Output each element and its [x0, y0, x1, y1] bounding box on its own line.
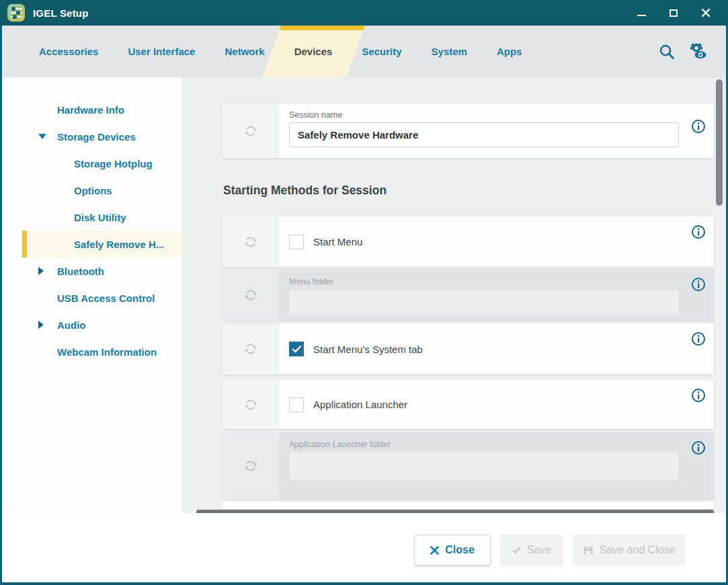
tab-label: User Interface: [128, 46, 195, 57]
sidebar-item-hardware-info[interactable]: Hardware Info: [2, 96, 181, 123]
application-launcher-folder-row: Application Launcher folder: [222, 432, 714, 500]
minimize-icon: [637, 15, 646, 16]
igel-sliders-icon: [7, 4, 25, 22]
tab-user-interface[interactable]: User Interface: [113, 26, 210, 77]
chevron-right-icon[interactable]: [38, 267, 44, 275]
close-icon: [701, 8, 711, 17]
tab-label: Accessories: [39, 46, 98, 57]
sidebar-item-label: Webcam Information: [57, 346, 157, 358]
menu-folder-row: Menu folder: [222, 269, 714, 321]
save-and-close-button-label: Save and Close: [600, 544, 676, 556]
reset-icon: [243, 342, 258, 356]
sidebar-item-usb-access-control[interactable]: USB Access Control: [2, 284, 181, 311]
application-launcher-checkbox[interactable]: [289, 397, 304, 412]
reset-parameter-button: [222, 432, 279, 500]
info-icon: [691, 332, 706, 346]
info-icon: [691, 119, 706, 134]
start-menu-checkbox[interactable]: [289, 235, 304, 249]
search-button[interactable]: [657, 42, 677, 62]
sidebar-item-storage-hotplug[interactable]: Storage Hotplug: [2, 150, 181, 177]
application-launcher-folder-input: [289, 452, 679, 480]
vertical-scrollbar-track[interactable]: [716, 79, 723, 510]
reset-parameter-button: [222, 269, 279, 321]
checkbox-label: Application Launcher: [313, 399, 407, 410]
application-launcher-row: Application Launcher: [222, 380, 714, 429]
reset-icon: [243, 459, 258, 473]
info-icon: [691, 388, 706, 403]
sidebar-item-label: Safely Remove H...: [74, 239, 164, 250]
close-x-icon: [430, 546, 439, 555]
tab-apps[interactable]: Apps: [482, 26, 537, 77]
system-tab-checkbox[interactable]: [289, 342, 304, 356]
info-button[interactable]: [691, 332, 706, 346]
sidebar-item-options[interactable]: Options: [2, 177, 181, 204]
sidebar-item-safely-remove-hardware[interactable]: Safely Remove H...: [22, 231, 181, 258]
chevron-right-icon[interactable]: [38, 321, 44, 329]
main-tabbar: Accessories User Interface Network Devic…: [0, 26, 728, 77]
search-icon: [658, 43, 676, 61]
tab-devices[interactable]: Devices: [280, 26, 348, 77]
session-name-input[interactable]: [289, 122, 679, 147]
reset-parameter-button[interactable]: [222, 217, 279, 267]
tab-system[interactable]: System: [417, 26, 482, 77]
session-name-row: Session name: [222, 104, 714, 158]
close-button[interactable]: Close: [414, 535, 491, 566]
reset-icon: [243, 288, 258, 303]
info-button[interactable]: [691, 388, 706, 403]
maximize-icon: [670, 9, 678, 17]
session-name-label: Session name: [289, 110, 342, 120]
info-button[interactable]: [691, 440, 706, 455]
close-button-label: Close: [445, 544, 475, 556]
checkbox-label: Start Menu: [313, 236, 362, 247]
sidebar-item-label: Options: [74, 185, 112, 196]
window-title: IGEL Setup: [33, 7, 89, 19]
settings-panel: Session name Starting Methods for Sessio…: [181, 77, 726, 513]
sidebar-item-label: Storage Devices: [57, 131, 136, 143]
menu-folder-input: [289, 289, 679, 316]
close-window-button[interactable]: [700, 7, 712, 19]
tab-label: Network: [225, 46, 264, 57]
minimize-button[interactable]: [635, 7, 647, 19]
check-icon: [292, 345, 302, 353]
igel-setup-window: IGEL Setup Accessories User Interface Ne…: [0, 0, 728, 585]
titlebar: IGEL Setup: [0, 0, 728, 26]
sidebar-item-disk-utility[interactable]: Disk Utility: [2, 204, 181, 231]
reset-parameter-button[interactable]: [222, 380, 279, 429]
info-button[interactable]: [691, 225, 706, 239]
reset-parameter-button[interactable]: [222, 104, 279, 158]
reset-icon: [243, 124, 258, 139]
maximize-button[interactable]: [668, 7, 680, 19]
info-icon: [691, 225, 706, 239]
tab-label: Devices: [294, 46, 333, 57]
save-button-label: Save: [527, 544, 551, 556]
save-button: Save: [500, 535, 563, 566]
sidebar-item-label: Disk Utility: [74, 212, 126, 223]
tab-accessories[interactable]: Accessories: [24, 26, 113, 77]
sidebar-item-bluetooth[interactable]: Bluetooth: [2, 258, 181, 284]
floppy-disk-icon: [583, 545, 594, 555]
window-frame: [0, 26, 2, 585]
setup-options-button[interactable]: [688, 42, 708, 62]
sidebar-item-webcam-information[interactable]: Webcam Information: [2, 338, 181, 365]
info-button[interactable]: [691, 119, 706, 134]
settings-tree-sidebar: Hardware Info Storage Devices Storage Ho…: [2, 77, 181, 513]
sidebar-item-audio[interactable]: Audio: [2, 311, 181, 338]
sidebar-item-label: Audio: [57, 319, 86, 331]
chevron-down-icon[interactable]: [38, 134, 46, 139]
checkbox-label: Start Menu's System tab: [313, 344, 423, 355]
vertical-scrollbar-thumb[interactable]: [716, 79, 723, 206]
menu-folder-label: Menu folder: [289, 277, 333, 286]
section-heading: Starting Methods for Session: [223, 184, 387, 198]
reset-parameter-button[interactable]: [222, 323, 279, 375]
sidebar-item-label: Storage Hotplug: [74, 158, 153, 169]
check-icon: [512, 547, 521, 554]
window-frame: [0, 582, 728, 585]
tab-label: System: [432, 46, 467, 57]
sidebar-item-storage-devices[interactable]: Storage Devices: [2, 123, 181, 150]
tab-label: Apps: [497, 46, 522, 57]
info-icon: [691, 277, 706, 292]
info-button[interactable]: [691, 277, 706, 292]
footer-bar: Close Save Save and Close: [2, 513, 726, 582]
application-launcher-folder-label: Application Launcher folder: [289, 440, 391, 449]
save-and-close-button: Save and Close: [573, 535, 686, 566]
